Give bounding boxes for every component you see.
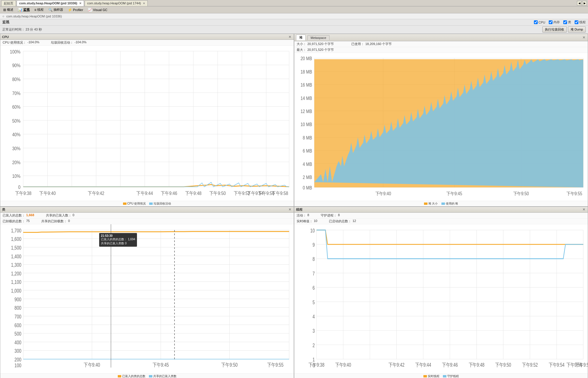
tab-heap10336[interactable]: com.study.heap.HeapOOM (pid 10336) ✕ [17,0,84,6]
checkbox-classes[interactable]: 类 [563,20,571,24]
svg-text:30%: 30% [12,146,20,151]
svg-text:下午9:40: 下午9:40 [84,362,100,368]
toolbar-profiler[interactable]: ⚡ Profiler [66,7,85,13]
classes-loaded-label: 已装入的总数： [3,213,25,218]
classes-unloaded-label: 已卸载的总数： [3,219,25,223]
threads-started-label: 已启动的总数： [329,219,351,223]
svg-text:1,000: 1,000 [11,288,22,293]
classes-shared-unloaded-value: 0 [68,219,70,223]
svg-text:下午9:38: 下午9:38 [15,191,32,196]
classes-unloaded-value: 75 [26,219,30,223]
process-title-text: com.study.heap.HeapOOM (pid 10336) [6,15,62,18]
svg-text:下午9:55: 下午9:55 [566,191,582,196]
runtime-value: 23 分 43 秒 [26,28,42,31]
cpu-gc-label: 垃圾回收活动： [51,40,73,45]
svg-text:500: 500 [15,331,22,336]
heap-size-value: 20,971,520 个字节 [307,42,334,46]
svg-text:下午9:55: 下午9:55 [267,362,284,368]
heap-size-label: 大小： [297,42,306,46]
tab-bar: 起始页 com.study.heap.HeapOOM (pid 10336) ✕… [0,0,588,6]
heap-tab-metaspace[interactable]: Metaspace [307,35,329,40]
checkbox-memory[interactable]: 内存 [549,20,560,24]
heap-used-color [441,203,445,205]
heap-panel: 堆 Metaspace ✕ 大小： 20,971,520 个字节 已使用： 18… [294,34,588,207]
toolbar-monitor[interactable]: 📊 监视 [16,7,32,13]
cpu-stats-row: CPU 使用情况： -104.0% 垃圾回收活动： -104.0% [0,40,294,46]
threads-icon: ≡ [34,8,36,12]
classes-loaded-stat: 已装入的总数： 1,668 [3,213,34,218]
heap-tab-heap[interactable]: 堆 [296,35,306,40]
svg-text:下午9:54: 下午9:54 [549,362,565,368]
sampler-icon: 🔍 [48,8,53,12]
cpu-gc-stat: 垃圾回收活动： -104.0% [51,40,86,45]
svg-text:1,600: 1,600 [11,236,22,242]
heap-max-value: 20,971,520 个字节 [307,48,334,52]
toolbar-sampler[interactable]: 🔍 抽样器 [46,7,65,13]
svg-text:800: 800 [15,305,22,311]
heap-used-stat: 已使用： 18,209,160 个字节 [351,42,392,46]
svg-text:下午9:45: 下午9:45 [153,362,169,368]
heap-used-label: 已使用： [351,42,364,46]
threads-legend-daemon: 守护线程 [443,374,459,378]
classes-panel-close[interactable]: ✕ [288,207,292,212]
checkbox-cpu[interactable]: CPU [534,20,545,24]
monitor-checkboxes: CPU 内存 类 线程 [534,20,586,24]
svg-text:12 MB: 12 MB [300,109,312,114]
process-title-bar: ○ com.study.heap.HeapOOM (pid 10336) [0,13,588,19]
tab-heap1744[interactable]: com.study.heap.HeapOOM (pid 1744) ✕ [85,0,148,6]
close-tab-heap10336[interactable]: ✕ [79,2,81,5]
svg-text:下午9:58: 下午9:58 [575,362,588,368]
toolbar-threads[interactable]: ≡ 线程 [32,7,46,13]
cpu-panel-header: CPU ✕ [0,34,294,40]
classes-shared-unloaded-label: 共享的已卸载数： [41,219,67,223]
tab-nav-right[interactable]: ▶ [582,1,587,6]
threads-realtime-color [423,375,427,377]
cpu-chart-area: 100% 90% 80% 70% 60% 50% 40% 30% 20% 10%… [0,46,294,201]
heap-panel-header: 堆 Metaspace ✕ [294,34,588,41]
svg-text:7: 7 [313,271,315,276]
svg-text:下午9:48: 下午9:48 [185,191,202,196]
toolbar-visualgc[interactable]: 📈 Visual GC [86,7,109,13]
svg-text:100%: 100% [10,49,20,54]
svg-text:60%: 60% [12,104,20,110]
cpu-panel-close[interactable]: ✕ [288,35,292,39]
heap-max-stat: 最大： 20,971,520 个字节 [297,48,334,52]
toolbar-overview[interactable]: ⊞ 概述 [1,7,15,13]
threads-stats-row-2: 实时峰值： 10 已启动的总数： 12 [294,218,588,224]
close-tab-heap1744[interactable]: ✕ [143,2,145,5]
classes-legend-loaded: 已装入的类的总数 [118,374,145,378]
process-radio[interactable]: ○ [2,15,4,18]
tab-start[interactable]: 起始页 [1,0,16,6]
checkbox-threads[interactable]: 线程 [575,20,586,24]
classes-shared-loaded-label: 共享的已装入数： [46,213,72,218]
svg-text:1,400: 1,400 [11,253,22,259]
svg-text:下午9:50: 下午9:50 [495,362,511,368]
svg-text:300: 300 [15,348,22,354]
svg-text:4: 4 [313,314,315,319]
svg-text:下午9:42: 下午9:42 [389,362,405,368]
threads-panel-close[interactable]: ✕ [582,207,586,212]
svg-text:16 MB: 16 MB [300,82,312,87]
svg-text:下午9:58: 下午9:58 [272,191,288,196]
svg-text:80%: 80% [12,77,20,82]
heap-chart-legend: 堆 大小 使用的 堆 [294,201,588,206]
heap-panel-tabs-row: 堆 Metaspace [296,35,330,40]
gc-button[interactable]: 执行垃圾回收 [542,26,567,33]
runtime-label: 正常运行时间： [2,28,25,31]
runtime-display: 正常运行时间： 23 分 43 秒 [2,27,42,32]
classes-shared-loaded-value: 0 [73,213,74,218]
svg-text:20%: 20% [12,160,20,165]
svg-text:20 MB: 20 MB [300,56,312,61]
classes-loaded-color [118,375,121,377]
heap-panel-close[interactable]: ✕ [582,35,586,40]
tab-nav-left[interactable]: ◀ [577,1,582,6]
overview-icon: ⊞ [3,8,6,12]
svg-text:下午9:40: 下午9:40 [39,191,56,196]
svg-text:200: 200 [15,356,22,362]
svg-text:下午9:52: 下午9:52 [522,362,538,368]
heap-dump-button[interactable]: 堆 Dump [568,26,586,33]
classes-stats-row-1: 已装入的总数： 1,668 共享的已装入数： 0 [0,213,294,218]
heap-chart-area: 20 MB 18 MB 16 MB 14 MB 12 MB 10 MB 8 MB… [294,53,588,201]
cpu-chart-svg: 100% 90% 80% 70% 60% 50% 40% 30% 20% 10%… [0,46,294,201]
svg-text:1,500: 1,500 [11,245,22,250]
